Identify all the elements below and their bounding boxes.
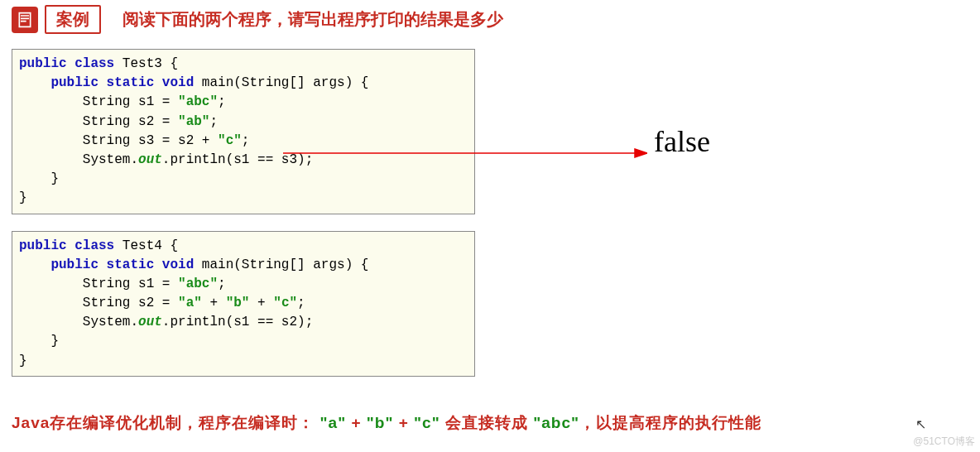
svg-marker-1 xyxy=(635,149,647,157)
example-badge: 案例 xyxy=(45,5,101,34)
code-block-test4: public class Test4 { public static void … xyxy=(12,231,475,377)
header: 案例 阅读下面的两个程序，请写出程序打印的结果是多少 xyxy=(12,5,968,34)
arrow-icon xyxy=(283,145,647,161)
watermark: @51CTO博客 xyxy=(913,435,975,449)
question-title: 阅读下面的两个程序，请写出程序打印的结果是多少 xyxy=(122,8,503,31)
result-label: false xyxy=(654,124,710,159)
cursor-icon: ↖ xyxy=(915,416,926,432)
code-block-test3: public class Test3 { public static void … xyxy=(12,49,475,214)
footer-explanation: Java存在编译优化机制，程序在编译时： "a" + "b" + "c" 会直接… xyxy=(12,412,968,434)
example-icon xyxy=(12,7,38,33)
